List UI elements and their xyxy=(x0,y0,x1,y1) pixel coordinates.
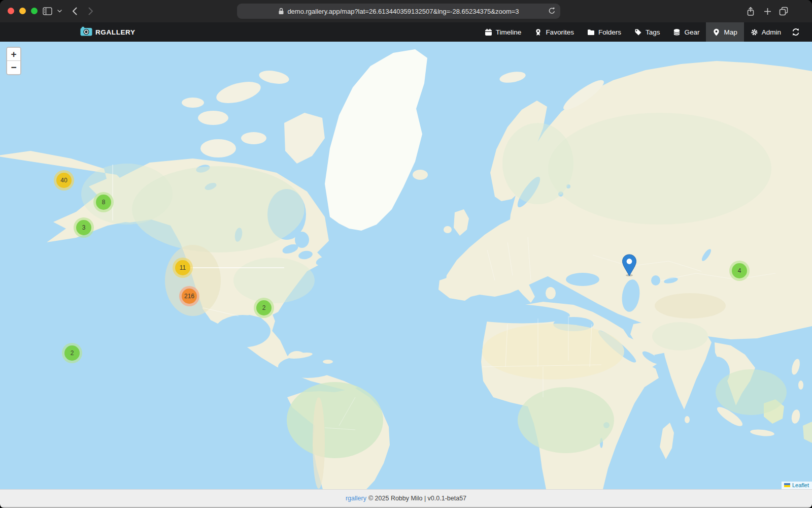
world-map-tiles xyxy=(0,42,812,489)
map-pin-icon xyxy=(713,28,720,36)
map-attribution: Leaflet xyxy=(782,482,812,489)
app-navbar: RGALLERY TimelineFavoritesFoldersTagsGea… xyxy=(0,22,812,42)
settings-gear-icon xyxy=(751,28,758,36)
browser-chrome: demo.rgallery.app/map?lat=26.61344035913… xyxy=(0,0,812,22)
cluster-count: 4 xyxy=(732,263,747,278)
nav-item-gear[interactable]: Gear xyxy=(666,22,706,42)
cluster-count: 2 xyxy=(256,300,272,315)
nav-item-admin[interactable]: Admin xyxy=(744,22,788,42)
cluster-marker-11[interactable]: 11 xyxy=(173,258,193,278)
nav-item-timeline[interactable]: Timeline xyxy=(478,22,528,42)
sidebar-toggle-icon[interactable] xyxy=(42,6,53,17)
forward-button[interactable] xyxy=(85,6,96,17)
nav-item-favorites[interactable]: Favorites xyxy=(528,22,581,42)
nav-item-label: Tags xyxy=(646,28,660,36)
url-text: demo.rgallery.app/map?lat=26.61344035913… xyxy=(287,8,519,15)
folder-icon xyxy=(587,28,595,36)
footer-rgallery-link[interactable]: rgallery xyxy=(346,495,366,502)
footer-copyright: © 2025 Robby Milo | v0.0.1-beta57 xyxy=(368,495,466,502)
nav-item-folders[interactable]: Folders xyxy=(581,22,628,42)
leaflet-link[interactable]: Leaflet xyxy=(792,482,809,488)
nav-item-label: Folders xyxy=(598,28,621,36)
cluster-marker-2[interactable]: 2 xyxy=(254,298,274,318)
cluster-count: 3 xyxy=(76,220,91,235)
map-zoom-control: + − xyxy=(6,47,21,75)
cluster-marker-216[interactable]: 216 xyxy=(179,286,199,306)
tag-icon xyxy=(634,28,642,36)
map-pin-marker[interactable] xyxy=(622,254,637,278)
camera-gear-icon xyxy=(673,28,681,36)
reload-icon[interactable] xyxy=(548,7,556,17)
map-canvas[interactable]: + − 408311216224 Leaflet xyxy=(0,42,812,489)
cluster-count: 11 xyxy=(175,260,190,275)
camera-logo-icon xyxy=(80,26,92,38)
cluster-count: 2 xyxy=(64,345,80,361)
app-footer: rgallery © 2025 Robby Milo | v0.0.1-beta… xyxy=(0,489,812,507)
close-window-button[interactable] xyxy=(8,8,14,14)
address-bar[interactable]: demo.rgallery.app/map?lat=26.61344035913… xyxy=(237,4,560,19)
browser-window: demo.rgallery.app/map?lat=26.61344035913… xyxy=(0,0,812,508)
nav-item-label: Favorites xyxy=(546,28,574,36)
nav-item-map[interactable]: Map xyxy=(706,22,743,42)
cluster-marker-8[interactable]: 8 xyxy=(93,192,114,212)
zoom-in-button[interactable]: + xyxy=(7,48,20,61)
nav-item-label: Map xyxy=(724,28,737,36)
cluster-count: 216 xyxy=(182,289,197,304)
cluster-marker-4[interactable]: 4 xyxy=(729,261,750,281)
cluster-count: 8 xyxy=(96,195,111,210)
minimize-window-button[interactable] xyxy=(19,8,26,14)
share-icon[interactable] xyxy=(745,6,756,17)
calendar-icon xyxy=(485,28,492,36)
rescan-refresh-icon[interactable] xyxy=(788,22,805,42)
nav-item-label: Timeline xyxy=(496,28,522,36)
cluster-marker-40[interactable]: 40 xyxy=(54,170,74,190)
chevron-down-icon[interactable] xyxy=(56,6,63,17)
new-tab-icon[interactable] xyxy=(762,6,773,17)
cluster-count: 40 xyxy=(56,173,72,188)
back-button[interactable] xyxy=(69,6,80,17)
zoom-window-button[interactable] xyxy=(31,8,38,14)
cluster-marker-2[interactable]: 2 xyxy=(62,343,82,363)
nav-item-label: Admin xyxy=(762,28,781,36)
app-logo[interactable]: RGALLERY xyxy=(80,22,136,42)
nav-item-label: Gear xyxy=(684,28,699,36)
lock-icon xyxy=(278,8,284,15)
tab-overview-icon[interactable] xyxy=(778,6,789,17)
cluster-marker-3[interactable]: 3 xyxy=(74,217,94,238)
zoom-out-button[interactable]: − xyxy=(7,61,20,74)
nav-item-tags[interactable]: Tags xyxy=(628,22,667,42)
leaflet-flag-icon xyxy=(784,483,790,487)
nav-items: TimelineFavoritesFoldersTagsGearMapAdmin xyxy=(478,22,788,42)
window-controls xyxy=(8,8,38,14)
award-icon xyxy=(534,28,542,36)
brand-name: RGALLERY xyxy=(95,28,136,36)
